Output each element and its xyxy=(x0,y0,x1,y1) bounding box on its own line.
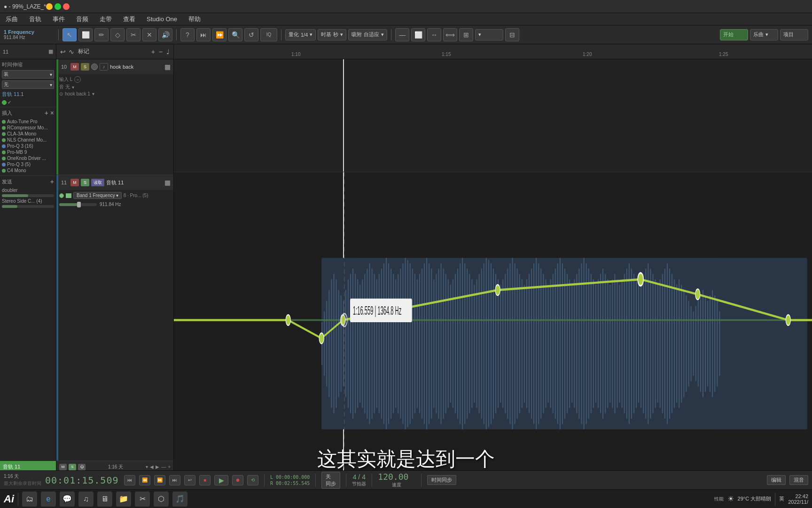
menu-track[interactable]: 音轨 xyxy=(27,14,43,24)
arrow-back-icon[interactable]: ↩ xyxy=(60,48,66,56)
record-btn[interactable]: ⏺ xyxy=(232,475,243,485)
menu-audio[interactable]: 音频 xyxy=(74,14,90,24)
plugin-item-6[interactable]: Pro-MB 9 xyxy=(2,149,54,155)
remove-mark-btn[interactable]: − xyxy=(159,48,163,56)
range-tool-btn[interactable]: ⬜ xyxy=(78,28,93,41)
start-btn[interactable]: 开始 xyxy=(720,29,748,40)
grid-btn[interactable]: ⊞ xyxy=(459,28,473,41)
select-tool-btn[interactable]: ↖ xyxy=(62,28,77,41)
send-fader-2[interactable] xyxy=(2,205,54,208)
listen-tool-btn[interactable]: 🔊 xyxy=(158,28,172,41)
pencil-tool-btn[interactable]: ✏ xyxy=(94,28,109,41)
taskbar-wechat[interactable]: 💬 xyxy=(60,492,75,507)
wave-icon[interactable]: ∿ xyxy=(69,48,74,56)
menu-help[interactable]: 帮助 xyxy=(187,14,203,24)
track-10-solo-btn[interactable]: S xyxy=(81,63,89,71)
track-11-solo-btn[interactable]: S xyxy=(81,179,89,186)
add-plugin-btn[interactable]: + xyxy=(45,109,48,117)
taskbar-music[interactable]: ♫ xyxy=(78,492,94,507)
taskbar-app4[interactable]: 🎵 xyxy=(172,492,187,507)
minimize-button[interactable] xyxy=(46,3,53,10)
help-btn[interactable]: ? xyxy=(180,28,195,41)
add-mark-btn[interactable]: + xyxy=(151,48,155,56)
skip-btn[interactable]: ⏩ xyxy=(212,28,226,41)
menu-transport[interactable]: 走带 xyxy=(98,14,114,24)
sync-btn[interactable]: 关 同步 xyxy=(321,472,340,489)
zoom-btn[interactable]: 🔍 xyxy=(228,28,242,41)
edit-btn[interactable]: 编辑 xyxy=(767,475,786,485)
grid-dropdown[interactable]: ▾ xyxy=(475,29,503,40)
loop-prev-btn[interactable]: ↩ xyxy=(184,475,195,485)
plugin-item-1[interactable]: Auto-Tune Pro xyxy=(2,119,54,125)
plugin-item-5[interactable]: Pro-Q 3 (16) xyxy=(2,143,54,149)
stop-btn[interactable]: ■ xyxy=(199,475,211,485)
track-meter-icon[interactable]: ▦ xyxy=(48,48,53,55)
skip-start-btn[interactable]: ⏭ xyxy=(196,28,211,41)
erase-tool-btn[interactable]: ◇ xyxy=(110,28,125,41)
track-10-mute-btn[interactable]: M xyxy=(70,63,79,71)
send-item-1[interactable]: doubler xyxy=(2,187,54,193)
track-11-mute-btn[interactable]: M xyxy=(70,179,79,186)
send-item-2[interactable]: Stereo Side C... (4) xyxy=(2,198,54,204)
bottom-s-btn[interactable]: S xyxy=(69,464,76,470)
next-btn[interactable]: ⏭ xyxy=(169,475,180,485)
track-10-mon-btn[interactable]: ♪ xyxy=(100,63,108,71)
taskbar-explorer[interactable]: 🗂 xyxy=(22,492,37,507)
rewind-btn[interactable]: ⏮ xyxy=(124,475,135,485)
song-btn[interactable]: 乐曲 ▾ xyxy=(750,29,778,40)
add-send-btn[interactable]: + xyxy=(50,178,54,185)
quantize-dropdown[interactable]: 量化 1/4 ▾ xyxy=(285,29,316,40)
timecode-dropdown[interactable]: 时基 秒 ▾ xyxy=(318,29,346,40)
track-10-meter-icon[interactable]: ▦ xyxy=(164,63,171,71)
cut-tool-btn[interactable]: ✂ xyxy=(126,28,141,41)
snap-dropdown[interactable]: 吸附 自适应 ▾ xyxy=(348,29,387,40)
arrow-btn[interactable]: ↔ xyxy=(427,28,441,41)
mute-tool-btn[interactable]: ✕ xyxy=(142,28,156,41)
auto-power-btn[interactable] xyxy=(59,193,64,198)
minus-btn[interactable]: — xyxy=(395,28,409,41)
close-button[interactable] xyxy=(63,3,70,10)
track-11-meter-icon[interactable]: ▦ xyxy=(164,179,171,186)
taskbar-edge[interactable]: e xyxy=(41,492,56,507)
mix-btn[interactable]: 混音 xyxy=(789,475,808,485)
menu-studioone[interactable]: Studio One xyxy=(145,15,179,24)
taskbar-app2[interactable]: 🖥 xyxy=(97,492,112,507)
track-10-input-btn[interactable]: ○ xyxy=(74,76,81,83)
track-10-rec-btn[interactable] xyxy=(91,64,98,70)
instrument-dropdown[interactable]: 装 ▾ xyxy=(2,70,54,79)
remove-plugin-btn[interactable]: × xyxy=(50,109,54,117)
play-btn[interactable]: ▶ xyxy=(214,475,228,485)
box-btn[interactable]: ⬜ xyxy=(411,28,425,41)
plugin-item-2[interactable]: RCompressor Mo... xyxy=(2,125,54,131)
note-icon[interactable]: ♩ xyxy=(166,48,170,56)
send-fader-1[interactable] xyxy=(2,194,54,197)
menu-event[interactable]: 事件 xyxy=(51,14,67,24)
fit-btn[interactable]: ⊟ xyxy=(505,28,519,41)
freq-slider[interactable] xyxy=(59,203,97,206)
iq-btn[interactable]: IQ xyxy=(260,28,277,41)
taskbar-cut[interactable]: ✂ xyxy=(135,492,150,507)
plugin-item-3[interactable]: CLA-3A Mono xyxy=(2,131,54,137)
track-11-read-btn[interactable]: 读取 xyxy=(91,179,104,186)
bottom-power-btn[interactable]: ⏻ xyxy=(78,464,86,470)
stereo-btn[interactable]: ⟺ xyxy=(443,28,457,41)
maximize-button[interactable] xyxy=(55,3,61,10)
plugin-item-4[interactable]: NLS Channel Mo... xyxy=(2,137,54,143)
plugin-item-7[interactable]: OneKnob Driver ... xyxy=(2,155,54,161)
plugin-item-9[interactable]: C4 Mono xyxy=(2,167,54,174)
loop-btn[interactable]: ⟲ xyxy=(247,475,258,485)
menu-view[interactable]: 查看 xyxy=(121,14,137,24)
plugin-item-8[interactable]: Pro-Q 3 (5) xyxy=(2,161,54,167)
back-btn[interactable]: ⏪ xyxy=(139,475,150,485)
taskbar-file[interactable]: 📁 xyxy=(116,492,131,507)
freq-slider-thumb[interactable] xyxy=(77,202,81,207)
taskbar-app3[interactable]: ⬡ xyxy=(154,492,169,507)
project-btn[interactable]: 项目 xyxy=(780,29,808,40)
bottom-m-btn[interactable]: M xyxy=(59,464,67,470)
forward-btn[interactable]: ⏩ xyxy=(154,475,165,485)
loop-btn[interactable]: ↺ xyxy=(244,28,258,41)
menu-music[interactable]: 乐曲 xyxy=(4,14,20,24)
time-sync-btn[interactable]: 时间同步 xyxy=(427,475,456,485)
mode-dropdown[interactable]: 无 ▾ xyxy=(2,80,54,89)
band-frequency-dropdown[interactable]: Band 1 Frequency ▾ xyxy=(73,192,122,199)
